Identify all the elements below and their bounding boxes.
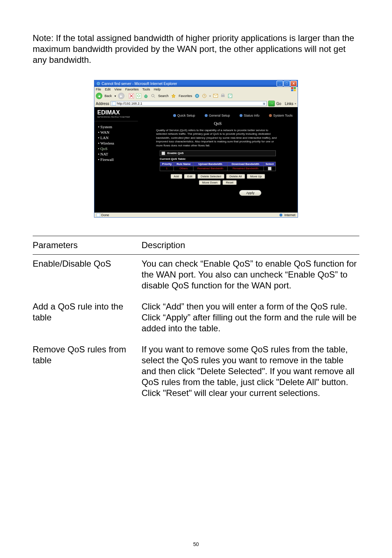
close-button[interactable]: X [290,81,297,86]
delete-all-button[interactable]: Delete All [226,174,245,179]
move-down-button[interactable]: Move Down [199,180,221,185]
minimize-button[interactable]: _ [277,81,283,86]
sidebar-item-firewall[interactable]: Firewall [98,157,134,162]
delete-selected-button[interactable]: Delete Selected [197,174,224,179]
setup-icon [205,114,208,117]
ie-menubar: File Edit View Favorites Tools Help [94,87,298,92]
address-input[interactable]: http://192.168.2.1 v [111,101,267,106]
back-dropdown-icon[interactable]: ▼ [114,95,117,97]
svg-rect-4 [294,89,296,91]
svg-point-10 [197,96,198,97]
favorites-label: Favorites [179,94,192,98]
menu-tools[interactable]: Tools [142,88,150,91]
tab-status-info[interactable]: Status Info [240,114,260,117]
forward-button[interactable]: ► [118,93,124,99]
links-label[interactable]: Links [285,102,293,106]
param-name: Enable/Disable QoS [33,258,142,291]
param-desc: If you want to remove some QoS rules fro… [142,344,359,399]
th-download: Download Bandwidth [227,162,264,166]
tab-general-setup[interactable]: General Setup [205,114,230,117]
add-button[interactable]: Add [171,174,182,179]
info-icon [240,114,242,117]
svg-rect-17 [97,213,100,217]
ie-icon [97,82,100,85]
edit-button[interactable]: Edit [184,174,196,179]
svg-point-7 [151,94,154,97]
stop-button[interactable] [128,93,134,99]
apply-button[interactable]: Apply [239,190,261,196]
current-qos-label: Current QoS Table: [160,157,276,161]
home-button[interactable] [143,93,149,99]
router-page: EDIMAX NETWORKING PEOPLE TOGETHER System… [94,107,298,213]
ie-window: Cannot find server - Microsoft Internet … [94,80,298,218]
svg-rect-3 [291,89,293,91]
page-number: 50 [0,541,392,547]
zone-text: Internet [284,213,295,217]
mail-button[interactable] [213,93,219,99]
svg-rect-6 [136,93,141,98]
menu-view[interactable]: View [114,88,121,91]
brand-tagline: NETWORKING PEOPLE TOGETHER [94,116,138,121]
globe-icon [173,114,176,117]
svg-point-0 [97,82,100,85]
row-select-checkbox[interactable] [268,167,271,170]
windows-flag-icon [291,87,296,92]
sidebar-item-lan[interactable]: LAN [98,136,134,140]
th-upload: Upload Bandwidth [193,162,228,166]
th-select: Select [264,162,275,166]
svg-rect-14 [222,94,224,95]
param-name: Add a QoS rule into the table [33,301,142,334]
media-button[interactable] [194,93,200,99]
move-up-button[interactable]: Move Up [247,174,265,179]
favorites-icon[interactable] [171,93,176,99]
table-row: 1 Others Remained Bandwidth Remained Ban… [160,166,276,171]
menu-edit[interactable]: Edit [105,88,111,91]
edit-button[interactable] [227,93,233,99]
sidebar-item-wireless[interactable]: Wireless [98,141,134,145]
param-desc: Click “Add” then you will enter a form o… [142,301,359,334]
refresh-button[interactable] [136,93,142,99]
tab-system-tools[interactable]: System Tools [269,114,293,117]
search-icon[interactable] [150,93,156,99]
print-button[interactable] [220,93,226,99]
page-icon [112,102,116,105]
menu-favorites[interactable]: Favorites [125,88,139,91]
divider [33,254,359,255]
window-title: Cannot find server - Microsoft Internet … [102,82,177,86]
qos-table: Priority Rule Name Upload Bandwidth Down… [160,162,276,171]
ie-toolbar: ◄ Back ▼ ► · Search Favorites ▼ [94,92,298,100]
svg-line-8 [154,97,155,98]
th-priority: Priority [160,162,174,166]
address-dropdown-icon[interactable]: v [263,102,266,105]
go-label: Go [276,102,281,106]
panel-description: Quality of Service (QoS) refers to the c… [156,129,279,147]
menu-file[interactable]: File [96,88,101,91]
enable-qos-checkbox[interactable] [162,151,165,155]
history-dropdown-icon[interactable]: ▼ [209,95,211,97]
svg-rect-1 [291,87,293,89]
ie-address-bar: Address http://192.168.2.1 v → Go Links … [94,100,298,107]
ie-status-bar: Done Internet [94,213,298,217]
sidebar-item-wan[interactable]: WAN [98,130,134,134]
tab-quick-setup[interactable]: Quick Setup [173,114,195,117]
maximize-button[interactable]: □ [283,81,290,86]
menu-help[interactable]: Help [154,88,161,91]
tools-icon [269,114,272,117]
history-button[interactable] [201,93,207,99]
panel-title: QoS [138,120,298,127]
sidebar-item-system[interactable]: System [98,125,134,129]
params-header: Parameters [33,240,142,251]
svg-rect-2 [294,87,296,89]
brand-logo: EDIMAX [94,107,138,116]
back-button[interactable]: ◄ [96,93,102,99]
address-label: Address [96,102,109,106]
enable-qos-row: Enable QoS [160,150,276,156]
sidebar-item-nat[interactable]: NAT [98,152,134,156]
svg-rect-15 [228,94,232,98]
reset-button[interactable]: Reset [222,180,237,185]
sidebar-item-qos[interactable]: QoS [98,146,134,151]
go-button[interactable]: → [268,101,275,106]
enable-qos-label: Enable QoS [167,151,184,155]
description-header: Description [142,240,359,251]
note-text: Note: If the total assigned bandwidth of… [33,33,359,65]
